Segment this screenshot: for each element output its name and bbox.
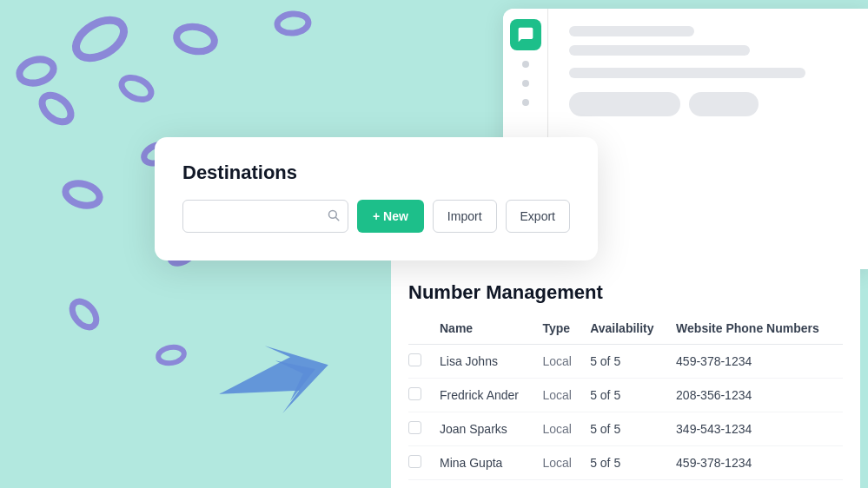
search-wrapper <box>182 200 348 233</box>
th-availability: Availability <box>583 318 669 345</box>
td-phone-3: 459-378-1234 <box>669 446 843 480</box>
td-availability-0: 5 of 5 <box>583 345 669 379</box>
td-phone-0: 459-378-1234 <box>669 345 843 379</box>
import-button[interactable]: Import <box>433 200 497 233</box>
table-row: Joan Sparks Local 5 of 5 349-543-1234 <box>408 412 843 446</box>
export-button[interactable]: Export <box>506 200 570 233</box>
sidebar-dot-2 <box>522 80 529 87</box>
destinations-toolbar: + New Import Export <box>182 200 570 233</box>
skeleton-bar-row <box>569 92 847 116</box>
th-phone-numbers: Website Phone Numbers <box>669 318 843 345</box>
td-checkbox-4 <box>408 480 433 489</box>
skeleton-line-1 <box>569 26 694 36</box>
td-type-1: Local <box>535 379 583 412</box>
td-checkbox-1 <box>408 379 433 412</box>
row-checkbox-2[interactable] <box>408 421 421 434</box>
th-type: Type <box>535 318 583 345</box>
row-checkbox-0[interactable] <box>408 353 421 366</box>
chat-icon <box>510 19 541 50</box>
row-checkbox-3[interactable] <box>408 455 421 468</box>
td-phone-1: 208-356-1234 <box>669 379 843 412</box>
table-row: Lisa Johns Local 5 of 5 459-378-1234 <box>408 345 843 379</box>
sidebar-dot-3 <box>522 99 529 106</box>
number-management-title: Number Management <box>408 281 843 304</box>
td-checkbox-3 <box>408 446 433 480</box>
td-phone-2: 349-543-1234 <box>669 412 843 446</box>
th-checkbox <box>408 318 433 345</box>
td-type-4: Local <box>535 480 583 489</box>
td-name-4: Jeromy Sims <box>433 480 535 489</box>
td-availability-3: 5 of 5 <box>583 446 669 480</box>
skeleton-line-2 <box>569 45 750 56</box>
table-row: Fredrick Ander Local 5 of 5 208-356-1234 <box>408 379 843 412</box>
table-header-row: Name Type Availability Website Phone Num… <box>408 318 843 345</box>
td-phone-4: 607-378-1234 <box>669 480 843 489</box>
search-input[interactable] <box>182 200 348 233</box>
table-row: Jeromy Sims Local 5 of 5 607-378-1234 <box>408 480 843 489</box>
td-type-2: Local <box>535 412 583 446</box>
th-name: Name <box>433 318 535 345</box>
td-name-0: Lisa Johns <box>433 345 535 379</box>
skeleton-line-3 <box>569 68 805 78</box>
destinations-card: Destinations + New Import Export <box>155 137 598 260</box>
td-availability-4: 5 of 5 <box>583 480 669 489</box>
skeleton-bar-2 <box>689 92 759 116</box>
td-checkbox-0 <box>408 345 433 379</box>
sidebar-dot-1 <box>522 61 529 68</box>
td-checkbox-2 <box>408 412 433 446</box>
destinations-title: Destinations <box>182 162 570 184</box>
new-button[interactable]: + New <box>357 200 424 233</box>
number-management-panel: Number Management Name Type Availability… <box>391 260 860 488</box>
number-management-table: Name Type Availability Website Phone Num… <box>408 318 843 488</box>
td-availability-1: 5 of 5 <box>583 379 669 412</box>
td-name-1: Fredrick Ander <box>433 379 535 412</box>
td-name-3: Mina Gupta <box>433 446 535 480</box>
table-row: Mina Gupta Local 5 of 5 459-378-1234 <box>408 446 843 480</box>
td-name-2: Joan Sparks <box>433 412 535 446</box>
row-checkbox-1[interactable] <box>408 387 421 400</box>
td-type-0: Local <box>535 345 583 379</box>
td-availability-2: 5 of 5 <box>583 412 669 446</box>
skeleton-bar-1 <box>569 92 680 116</box>
td-type-3: Local <box>535 446 583 480</box>
